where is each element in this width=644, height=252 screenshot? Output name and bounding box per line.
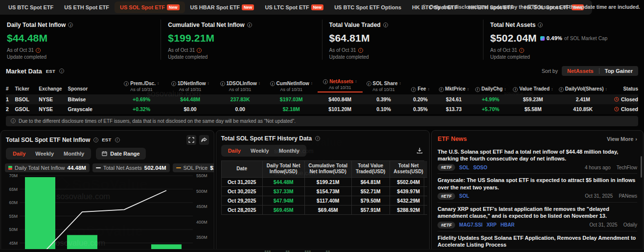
sort-arrows-icon[interactable]: ↕ (504, 87, 506, 92)
news-tag-hbar[interactable]: HBAR (501, 222, 515, 228)
news-item[interactable]: Grayscale: The US Solana spot ETF is exp… (437, 173, 637, 202)
sort-arrows-icon[interactable]: ↕ (207, 81, 209, 86)
sort-arrows-icon[interactable]: ↕ (399, 81, 401, 86)
news-item[interactable]: Canary XRP spot ETF's latest application… (437, 202, 637, 231)
svg-text:55M: 55M (9, 213, 18, 218)
column-header-dailyvol-shares-[interactable]: DailyVol(Shares)↕ (557, 86, 609, 92)
column-header-mktprice[interactable]: MktPrice↕ (436, 86, 472, 92)
history-row[interactable]: Oct 30,2025$37.33M$154.73M$52.71M$439.97… (222, 187, 424, 196)
column-header-1dnetinflow[interactable]: 1DNetInflow↕As of 10/31 (165, 81, 215, 92)
history-row[interactable]: Oct 29,2025$47.94M$117.40M$79.50M$432.29… (222, 196, 424, 206)
news-tag-sol[interactable]: SOL (459, 165, 469, 170)
stat-asof-text: As of Oct 31 (490, 47, 517, 53)
info-icon[interactable] (559, 87, 564, 92)
info-icon[interactable] (323, 79, 328, 84)
history-column-4: Total Net Assets(USD) (390, 161, 427, 178)
cell-1dsolinflow: 237.83K (215, 96, 265, 102)
column-header-1dsolinflow[interactable]: 1DSOLInflow↕As of 10/31 (215, 81, 265, 92)
svg-text:65M: 65M (9, 186, 18, 191)
nav-tab-us-sol-spot-etf[interactable]: US SOL Spot ETFNew (115, 1, 185, 13)
nav-tab-us-hbar-spot-etf[interactable]: US HBAR Spot ETFNew (185, 1, 260, 13)
history-tab-weekly[interactable]: Weekly (246, 146, 274, 155)
info-icon[interactable] (383, 23, 388, 27)
news-item[interactable]: The U.S. Solana spot ETF had a total net… (437, 145, 637, 174)
news-tag-sol[interactable]: SOL (459, 193, 469, 199)
alert-clock-icon[interactable] (197, 48, 202, 53)
news-tag-mag7.ssi[interactable]: MAG7.SSI (459, 222, 483, 228)
info-icon[interactable] (367, 81, 371, 86)
column-header-value-traded[interactable]: Value Traded↕ (509, 86, 557, 92)
history-tab-daily[interactable]: Daily (223, 146, 246, 155)
nav-tab-us-eth-spot-etf[interactable]: US ETH Spot ETF (59, 1, 115, 13)
column-header-cumnetinflow[interactable]: CumNetInflow↕As of 10/31 (265, 81, 318, 92)
history-cell-3: $52.71M (352, 187, 390, 196)
column-header-asof: As of 10/31 (265, 87, 318, 92)
sort-arrows-icon[interactable]: ↕ (258, 81, 260, 86)
sort-arrows-icon[interactable]: ↕ (355, 79, 357, 84)
column-header-dailychg[interactable]: DailyChg↕ (472, 86, 509, 92)
etf-tag-pill[interactable]: #ETF (437, 193, 455, 200)
history-row[interactable]: Oct 28,2025$69.45M$69.45M$57.91M$288.92M (222, 206, 424, 215)
chart-canvas: 70M65M60M55M50M45M40M550M500M450M400M350… (1, 167, 214, 252)
nav-tab-us-btc-spot-etf-options[interactable]: US BTC Spot ETF Options (329, 1, 407, 13)
news-tag-xrp[interactable]: XRP (486, 222, 497, 228)
svg-text:400M: 400M (196, 219, 207, 224)
etf-tag-pill[interactable]: #ETF (437, 164, 455, 171)
sort-arrows-icon[interactable]: ↕ (157, 81, 159, 86)
column-header-sol-share[interactable]: SOL Share↕As of 10/31 (363, 81, 405, 92)
new-badge: New (311, 4, 323, 10)
sort-arrows-icon[interactable]: ↕ (551, 87, 553, 92)
market-table-row[interactable]: 1BSOLNYSEBitwise+0.69%$44.48M237.83K$197… (6, 94, 638, 104)
news-tag-soso[interactable]: SOSO (473, 165, 487, 170)
nav-tab-us-btc-spot-etf[interactable]: US BTC Spot ETF (3, 1, 59, 13)
alert-clock-icon[interactable] (36, 48, 41, 53)
download-button[interactable] (414, 146, 424, 156)
net-inflow-chart[interactable]: 70M65M60M55M50M45M40M550M500M450M400M350… (1, 167, 214, 252)
chart-tab-monthly[interactable]: Monthly (59, 149, 89, 158)
alert-clock-icon[interactable] (519, 48, 524, 53)
nav-tab-label: US HBAR Spot ETF (190, 4, 240, 10)
sort-option-netassets[interactable]: NetAssets (562, 66, 599, 76)
etf-tag-pill[interactable]: #ETF (437, 222, 455, 229)
info-icon[interactable] (475, 87, 480, 92)
nav-tab-us-ltc-spot-etf[interactable]: US LTC Spot ETFNew (259, 1, 329, 13)
sort-option-top-gainer[interactable]: Top Gainer (599, 66, 638, 76)
info-icon[interactable] (68, 23, 73, 27)
news-scrollbar[interactable] (641, 156, 642, 178)
stat-update-status: Update completed (7, 54, 154, 60)
stat-asof-text: As of Oct 31 (7, 47, 34, 53)
column-header-label: DailyVol(Shares)↕ (557, 86, 609, 92)
share-button[interactable] (199, 135, 209, 145)
sort-by-label: Sort by (542, 68, 558, 74)
sort-arrows-icon[interactable]: ↕ (311, 81, 313, 86)
info-icon[interactable] (513, 87, 518, 92)
sort-arrows-icon[interactable]: ↕ (428, 87, 430, 92)
alert-clock-icon[interactable] (358, 48, 363, 53)
sort-arrows-icon[interactable]: ↕ (605, 87, 607, 92)
info-icon[interactable] (247, 23, 252, 27)
cell-fee: 0.20% (405, 96, 436, 102)
info-icon[interactable] (411, 87, 416, 92)
stat-title: Total Net Assets (490, 22, 637, 28)
info-icon[interactable] (439, 87, 444, 92)
column-header-fee[interactable]: Fee↕ (405, 86, 436, 92)
sort-arrows-icon[interactable]: ↕ (467, 87, 469, 92)
date-range-button[interactable]: Date Range (96, 148, 146, 160)
column-header-prem-dsc-[interactable]: Prem./Dsc.↕As of 10/31 (118, 81, 165, 92)
chart-tab-daily[interactable]: Daily (8, 149, 30, 158)
info-icon[interactable] (538, 23, 543, 27)
info-icon[interactable] (220, 81, 225, 86)
view-more-link[interactable]: View More› (605, 136, 637, 142)
column-header-label: Fee↕ (405, 86, 436, 92)
cell-dailyvol-shares-: 410.85K (557, 106, 609, 112)
chart-tab-weekly[interactable]: Weekly (30, 149, 59, 158)
info-icon[interactable] (171, 81, 176, 86)
news-headline: The U.S. Solana spot ETF had a total net… (437, 148, 637, 162)
info-icon[interactable] (124, 81, 129, 86)
market-table-row[interactable]: 2GSOLNYSEGrayscale+0.32%$0.000.00$2.18M$… (6, 104, 638, 114)
history-tab-monthly[interactable]: Monthly (274, 146, 304, 155)
info-icon[interactable] (270, 81, 275, 86)
history-row[interactable]: Oct 31,2025$44.48M$199.21M$64.81M$502.04… (222, 178, 424, 187)
column-header-netassets[interactable]: NetAssets↕As of 10/31 (318, 79, 363, 92)
fullscreen-button[interactable] (186, 135, 196, 145)
